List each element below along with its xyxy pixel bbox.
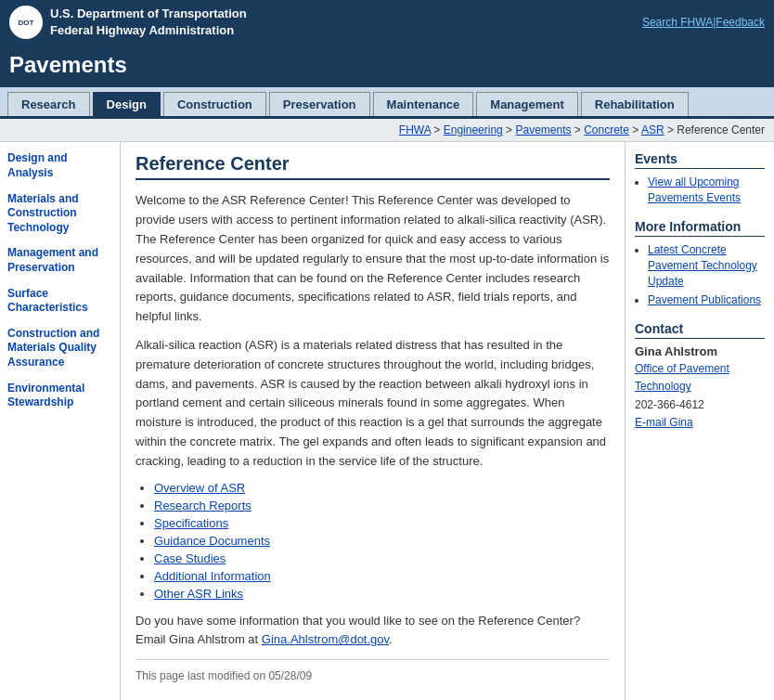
breadcrumb: FHWA > Engineering > Pavements > Concret… (0, 119, 774, 142)
tab-rehabilitation[interactable]: Rehabilitation (581, 92, 689, 116)
header-links[interactable]: Search FHWA|Feedback (642, 16, 765, 29)
sidebar-item-materials[interactable]: Materials and Construction Technology (7, 192, 112, 236)
page-title: Pavements (9, 52, 765, 78)
link-specifications[interactable]: Specifications (154, 516, 228, 530)
contact-email-link[interactable]: Gina.Ahlstrom@dot.gov (262, 632, 389, 646)
list-item: Additional Information (154, 569, 610, 583)
link-other-asr[interactable]: Other ASR Links (154, 587, 243, 601)
publications-link[interactable]: Pavement Publications (648, 293, 761, 306)
feedback-link[interactable]: Feedback (716, 16, 765, 29)
list-item: Research Reports (154, 499, 610, 512)
breadcrumb-pavements[interactable]: Pavements (515, 123, 571, 136)
link-guidance-docs[interactable]: Guidance Documents (154, 534, 270, 548)
tab-research[interactable]: Research (7, 92, 90, 116)
header-logo: DOT U.S. Department of Transportation Fe… (9, 6, 247, 39)
sidebar-item-construction[interactable]: Construction and Materials Quality Assur… (7, 327, 112, 370)
events-link[interactable]: View all Upcoming Pavements Events (648, 175, 741, 204)
breadcrumb-current: Reference Center (677, 123, 765, 136)
events-heading: Events (635, 151, 765, 169)
content-intro-p1: Welcome to the ASR Reference Center! Thi… (135, 191, 610, 327)
breadcrumb-asr[interactable]: ASR (641, 123, 664, 136)
sidebar-item-design[interactable]: Design and Analysis (7, 151, 112, 180)
content-links-list: Overview of ASR Research Reports Specifi… (154, 481, 610, 601)
contact-section: Contact Gina Ahlstrom Office of Pavement… (635, 321, 765, 432)
contact-email-link[interactable]: E-mail Gina (635, 416, 693, 429)
last-modified: This page last modified on 05/28/09 (135, 659, 610, 685)
sidebar-item-management[interactable]: Management and Preservation (7, 246, 112, 275)
nav-tabs: Research Design Construction Preservatio… (0, 87, 774, 119)
list-item: Specifications (154, 516, 610, 530)
more-info-section: More Information Latest Concrete Pavemen… (635, 219, 765, 308)
main-layout: Design and Analysis Materials and Constr… (0, 142, 774, 700)
link-additional-info[interactable]: Additional Information (154, 569, 271, 583)
sidebar-item-surface[interactable]: Surface Characteristics (7, 287, 112, 316)
list-item: Case Studies (154, 551, 610, 565)
list-item: View all Upcoming Pavements Events (648, 175, 765, 206)
content-contact-p: Do you have some information that you wo… (135, 612, 610, 651)
tab-maintenance[interactable]: Maintenance (373, 92, 474, 116)
tech-update-link[interactable]: Latest Concrete Pavement Technology Upda… (648, 243, 757, 288)
list-item: Latest Concrete Pavement Technology Upda… (648, 242, 765, 289)
right-panel: Events View all Upcoming Pavements Event… (626, 142, 774, 700)
search-link[interactable]: Search FHWA (642, 16, 713, 29)
list-item: Other ASR Links (154, 587, 610, 601)
breadcrumb-fhwa[interactable]: FHWA (399, 123, 431, 136)
tab-construction[interactable]: Construction (163, 92, 266, 116)
content-intro-p2: Alkali-silica reaction (ASR) is a materi… (135, 336, 610, 472)
sidebar: Design and Analysis Materials and Constr… (0, 142, 121, 700)
list-item: Pavement Publications (648, 292, 765, 308)
main-content: Reference Center Welcome to the ASR Refe… (121, 142, 626, 700)
list-item: Guidance Documents (154, 534, 610, 548)
link-overview-asr[interactable]: Overview of ASR (154, 481, 245, 495)
contact-info: Office of Pavement Technology 202-366-46… (635, 360, 765, 432)
events-section: Events View all Upcoming Pavements Event… (635, 151, 765, 206)
site-header: DOT U.S. Department of Transportation Fe… (0, 0, 774, 45)
contact-phone: 202-366-4612 (635, 398, 704, 411)
tab-preservation[interactable]: Preservation (269, 92, 370, 116)
tab-management[interactable]: Management (476, 92, 577, 116)
contact-org-link[interactable]: Office of Pavement Technology (635, 362, 729, 393)
breadcrumb-engineering[interactable]: Engineering (444, 123, 503, 136)
contact-heading: Contact (635, 321, 765, 339)
contact-name: Gina Ahlstrom (635, 344, 765, 358)
tab-design[interactable]: Design (93, 92, 161, 116)
content-heading: Reference Center (135, 153, 610, 180)
more-info-heading: More Information (635, 219, 765, 237)
sidebar-item-environmental[interactable]: Environmental Stewardship (7, 382, 112, 410)
link-research-reports[interactable]: Research Reports (154, 499, 252, 512)
link-case-studies[interactable]: Case Studies (154, 551, 226, 565)
breadcrumb-concrete[interactable]: Concrete (584, 123, 629, 136)
header-agency-text: U.S. Department of Transportation Federa… (50, 6, 247, 39)
dot-seal: DOT (9, 6, 43, 39)
list-item: Overview of ASR (154, 481, 610, 495)
title-bar: Pavements (0, 45, 774, 87)
